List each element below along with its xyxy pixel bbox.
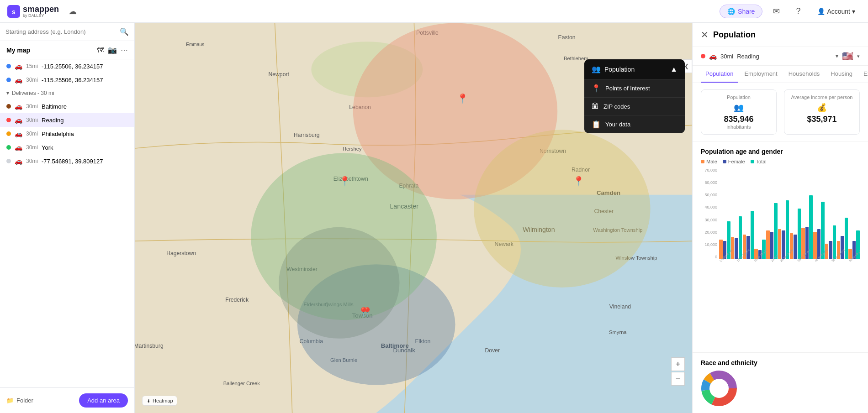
poi-item-your-data[interactable]: 📋 Your data xyxy=(584,115,685,133)
map-view-icon[interactable]: 🗺 xyxy=(97,46,104,54)
location-dot xyxy=(701,54,705,58)
list-item[interactable]: 🚗 30mi York xyxy=(0,141,134,154)
sidebar-footer: 📁 Folder Add an area xyxy=(0,387,134,413)
bar-male xyxy=(813,232,817,259)
cloud-icon[interactable]: ☁ xyxy=(64,3,81,20)
tab-households[interactable]: Households xyxy=(784,66,825,83)
stat-card: Average income per person 💰 $35,971 xyxy=(784,89,860,135)
bar-total xyxy=(798,209,801,259)
search-input[interactable] xyxy=(5,28,116,35)
y-axis-label: 30,000 xyxy=(701,218,717,222)
svg-text:📍: 📍 xyxy=(573,176,585,187)
svg-point-44 xyxy=(279,227,399,339)
area-name: Baltimore xyxy=(42,103,128,110)
add-area-button[interactable]: Add an area xyxy=(79,393,128,408)
y-axis-label: 10,000 xyxy=(701,242,717,247)
svg-text:Easton: Easton xyxy=(558,34,576,41)
car-icon: 🚗 xyxy=(15,157,22,165)
area-name: -115.25506, 36.234157 xyxy=(42,77,128,84)
right-panel-title: Population xyxy=(713,30,860,40)
flag-dropdown[interactable]: ▾ xyxy=(857,53,860,59)
y-axis-label: 0 xyxy=(701,255,717,259)
area-color-dot xyxy=(6,64,11,68)
close-button[interactable]: ✕ xyxy=(701,29,709,40)
stat-label: Average income per person xyxy=(790,94,854,100)
user-icon: 👤 xyxy=(817,8,825,15)
poi-panel-header[interactable]: 👥 Population ▲ xyxy=(584,59,685,79)
car-icon: 🚗 xyxy=(15,130,22,137)
tab-population[interactable]: Population xyxy=(701,66,738,83)
bar-total xyxy=(774,203,778,259)
zoom-in-button[interactable]: + xyxy=(671,357,685,371)
chart-title: Population age and gender xyxy=(701,148,860,155)
bar-male xyxy=(719,240,723,259)
bar-female xyxy=(746,236,750,259)
bar-male xyxy=(766,230,770,259)
stat-icon: 👥 xyxy=(707,103,771,113)
tab-export[interactable]: Export xyxy=(859,66,868,83)
chart-legend: MaleFemaleTotal xyxy=(701,159,860,164)
legend-label: Female xyxy=(728,159,745,164)
bar-group xyxy=(778,200,789,259)
bar-group xyxy=(766,203,778,259)
tab-employment[interactable]: Employment xyxy=(740,66,782,83)
bar-total xyxy=(751,211,754,259)
svg-text:Emmaus: Emmaus xyxy=(186,42,204,47)
more-icon[interactable]: ⋯ xyxy=(121,46,128,54)
poi-population-icon: 👥 xyxy=(592,65,601,73)
bar-total xyxy=(833,225,836,259)
heatmap-badge[interactable]: 🌡 Heatmap xyxy=(142,396,177,406)
svg-text:📍: 📍 xyxy=(339,176,351,187)
bar-female xyxy=(841,236,844,259)
camera-icon[interactable]: 📷 xyxy=(108,46,117,54)
folder-button[interactable]: 📁 Folder xyxy=(6,397,33,404)
car-icon: 🚗 xyxy=(15,103,22,110)
area-color-dot xyxy=(6,145,11,150)
area-mi: 30mi xyxy=(26,158,38,164)
tab-housing[interactable]: Housing xyxy=(826,66,857,83)
list-item[interactable]: 🚗 15mi -115.25506, 36.234157 xyxy=(0,59,134,73)
user-button[interactable]: 👤 Account ▾ xyxy=(812,5,861,18)
list-item[interactable]: 🚗 30mi Reading xyxy=(0,113,134,127)
poi-item-zip-codes[interactable]: 🏛 ZIP codes xyxy=(584,97,685,115)
area-name: Reading xyxy=(42,117,128,124)
chevron-down-icon: ▾ xyxy=(6,90,9,96)
area-mi: 15mi xyxy=(26,63,38,69)
legend-item: Male xyxy=(701,159,717,164)
area-name: -115.25506, 36.234157 xyxy=(42,63,128,70)
stat-value: 835,946 xyxy=(707,115,771,124)
area-color-dot xyxy=(6,78,11,82)
area-mi: 30mi xyxy=(26,144,38,151)
list-item[interactable]: 🚗 30mi -115.25506, 36.234157 xyxy=(0,73,134,87)
bar-total xyxy=(845,218,848,259)
area-group-header: ▾ Deliveries - 30 mi xyxy=(0,87,134,99)
zoom-out-button[interactable]: − xyxy=(671,372,685,386)
mail-icon[interactable]: ✉ xyxy=(768,3,784,20)
list-item[interactable]: 🚗 30mi Baltimore xyxy=(0,99,134,113)
svg-text:📍: 📍 xyxy=(457,93,469,105)
bar-group xyxy=(825,225,836,259)
svg-text:Ballenger Creek: Ballenger Creek xyxy=(223,381,260,386)
y-axis-label: 50,000 xyxy=(701,193,717,197)
my-map-header: My map 🗺 📷 ⋯ xyxy=(0,41,134,59)
location-dropdown[interactable]: ▾ xyxy=(836,53,838,59)
area-name: Philadelphia xyxy=(42,131,128,137)
bar-female xyxy=(829,241,832,259)
folder-icon: 📁 xyxy=(6,397,14,404)
y-axis-label: 40,000 xyxy=(701,205,717,209)
help-icon[interactable]: ? xyxy=(790,3,806,20)
list-item[interactable]: 🚗 30mi -77.546891, 39.809127 xyxy=(0,154,134,168)
race-chart-section xyxy=(693,370,868,413)
list-item[interactable]: 🚗 30mi Philadelphia xyxy=(0,127,134,141)
y-axis-label: 70,000 xyxy=(701,168,717,173)
legend-label: Total xyxy=(756,159,767,164)
car-icon: 🚗 xyxy=(15,76,22,84)
share-button[interactable]: 🌐 Share xyxy=(720,5,762,18)
logo-text: smappen xyxy=(23,5,59,14)
share-icon: 🌐 xyxy=(727,8,735,15)
y-axis-label: 20,000 xyxy=(701,230,717,235)
heatmap-icon: 🌡 xyxy=(146,398,151,403)
stat-label: Population xyxy=(707,94,771,100)
stat-card: Population 👥 835,946 inhabitants xyxy=(701,89,777,135)
poi-item-points-of-interest[interactable]: 📍 Points of Interest xyxy=(584,79,685,97)
